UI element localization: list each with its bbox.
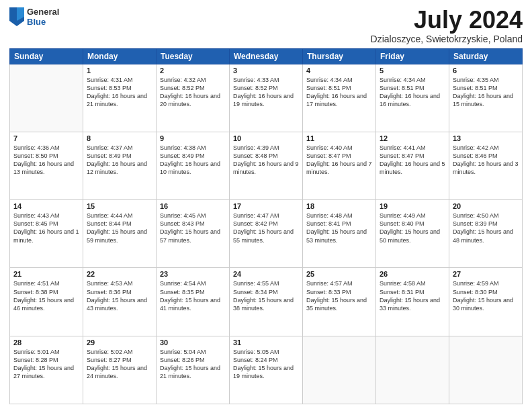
day-number: 21: [13, 270, 79, 278]
day-cell: [376, 336, 449, 404]
day-cell: 17Sunrise: 4:47 AM Sunset: 8:42 PM Dayli…: [230, 200, 303, 268]
cell-info: Sunrise: 4:33 AM Sunset: 8:52 PM Dayligh…: [233, 76, 299, 109]
cell-info: Sunrise: 4:59 AM Sunset: 8:30 PM Dayligh…: [453, 279, 519, 312]
day-cell: 9Sunrise: 4:38 AM Sunset: 8:49 PM Daylig…: [157, 132, 230, 199]
day-cell: 10Sunrise: 4:39 AM Sunset: 8:48 PM Dayli…: [230, 132, 303, 199]
day-number: 4: [306, 66, 372, 75]
day-cell: 2Sunrise: 4:32 AM Sunset: 8:52 PM Daylig…: [157, 64, 230, 132]
day-cell: [449, 336, 523, 404]
logo-blue: Blue: [27, 17, 59, 27]
cell-info: Sunrise: 4:34 AM Sunset: 8:51 PM Dayligh…: [380, 76, 445, 109]
day-number: 30: [160, 338, 226, 347]
day-cell: 22Sunrise: 4:53 AM Sunset: 8:36 PM Dayli…: [83, 268, 157, 336]
cell-info: Sunrise: 4:38 AM Sunset: 8:49 PM Dayligh…: [160, 144, 226, 177]
day-number: 20: [453, 202, 519, 210]
week-row-4: 28Sunrise: 5:01 AM Sunset: 8:28 PM Dayli…: [10, 336, 523, 404]
day-cell: 13Sunrise: 4:42 AM Sunset: 8:46 PM Dayli…: [449, 132, 523, 199]
day-cell: 1Sunrise: 4:31 AM Sunset: 8:53 PM Daylig…: [83, 64, 157, 132]
cell-info: Sunrise: 4:54 AM Sunset: 8:35 PM Dayligh…: [160, 279, 226, 312]
cell-info: Sunrise: 4:37 AM Sunset: 8:49 PM Dayligh…: [87, 144, 152, 177]
week-row-2: 14Sunrise: 4:43 AM Sunset: 8:45 PM Dayli…: [10, 200, 523, 268]
day-number: 29: [87, 338, 152, 347]
day-number: 12: [380, 134, 445, 142]
day-cell: 14Sunrise: 4:43 AM Sunset: 8:45 PM Dayli…: [10, 200, 83, 268]
day-cell: [10, 64, 83, 132]
day-cell: 5Sunrise: 4:34 AM Sunset: 8:51 PM Daylig…: [376, 64, 449, 132]
cell-info: Sunrise: 4:42 AM Sunset: 8:46 PM Dayligh…: [453, 144, 519, 177]
cell-info: Sunrise: 4:35 AM Sunset: 8:51 PM Dayligh…: [453, 76, 519, 109]
day-number: 16: [160, 202, 226, 210]
day-number: 8: [87, 134, 152, 142]
day-cell: 21Sunrise: 4:51 AM Sunset: 8:38 PM Dayli…: [10, 268, 83, 336]
day-number: 7: [13, 134, 79, 142]
header-row: SundayMondayTuesdayWednesdayThursdayFrid…: [10, 48, 523, 64]
day-number: 2: [160, 66, 226, 75]
calendar-table: SundayMondayTuesdayWednesdayThursdayFrid…: [9, 48, 523, 404]
title-block: July 2024 Dzialoszyce, Swietokrzyskie, P…: [371, 7, 523, 44]
logo-general: General: [27, 7, 59, 17]
cell-info: Sunrise: 4:58 AM Sunset: 8:31 PM Dayligh…: [380, 279, 445, 312]
cell-info: Sunrise: 4:50 AM Sunset: 8:39 PM Dayligh…: [453, 212, 519, 244]
day-number: 6: [453, 66, 519, 75]
day-header-friday: Friday: [376, 48, 449, 64]
day-cell: 18Sunrise: 4:48 AM Sunset: 8:41 PM Dayli…: [303, 200, 376, 268]
day-cell: 24Sunrise: 4:55 AM Sunset: 8:34 PM Dayli…: [230, 268, 303, 336]
day-number: 19: [380, 202, 445, 210]
day-number: 5: [380, 66, 445, 75]
day-number: 24: [233, 270, 299, 278]
day-cell: 27Sunrise: 4:59 AM Sunset: 8:30 PM Dayli…: [449, 268, 523, 336]
day-cell: 19Sunrise: 4:49 AM Sunset: 8:40 PM Dayli…: [376, 200, 449, 268]
day-number: 9: [160, 134, 226, 142]
day-number: 14: [13, 202, 79, 210]
cell-info: Sunrise: 4:41 AM Sunset: 8:47 PM Dayligh…: [380, 144, 445, 177]
day-cell: 6Sunrise: 4:35 AM Sunset: 8:51 PM Daylig…: [449, 64, 523, 132]
day-number: 26: [380, 270, 445, 278]
day-number: 27: [453, 270, 519, 278]
cell-info: Sunrise: 4:45 AM Sunset: 8:43 PM Dayligh…: [160, 212, 226, 244]
day-number: 13: [453, 134, 519, 142]
cell-info: Sunrise: 4:57 AM Sunset: 8:33 PM Dayligh…: [306, 279, 372, 312]
cell-info: Sunrise: 4:31 AM Sunset: 8:53 PM Dayligh…: [87, 76, 152, 109]
day-cell: 15Sunrise: 4:44 AM Sunset: 8:44 PM Dayli…: [83, 200, 157, 268]
day-cell: 20Sunrise: 4:50 AM Sunset: 8:39 PM Dayli…: [449, 200, 523, 268]
logo-text: General Blue: [27, 7, 59, 27]
day-number: 17: [233, 202, 299, 210]
week-row-0: 1Sunrise: 4:31 AM Sunset: 8:53 PM Daylig…: [10, 64, 523, 132]
day-number: 23: [160, 270, 226, 278]
cell-info: Sunrise: 5:01 AM Sunset: 8:28 PM Dayligh…: [13, 348, 79, 381]
day-number: 10: [233, 134, 299, 142]
cell-info: Sunrise: 5:04 AM Sunset: 8:26 PM Dayligh…: [160, 348, 226, 381]
day-number: 25: [306, 270, 372, 278]
day-number: 11: [306, 134, 372, 142]
day-cell: 11Sunrise: 4:40 AM Sunset: 8:47 PM Dayli…: [303, 132, 376, 199]
cell-info: Sunrise: 4:39 AM Sunset: 8:48 PM Dayligh…: [233, 144, 299, 177]
page: General Blue July 2024 Dzialoszyce, Swie…: [0, 0, 532, 411]
day-number: 18: [306, 202, 372, 210]
day-cell: 8Sunrise: 4:37 AM Sunset: 8:49 PM Daylig…: [83, 132, 157, 199]
day-header-sunday: Sunday: [10, 48, 83, 64]
day-number: 31: [233, 338, 299, 347]
month-year: July 2024: [371, 7, 523, 34]
cell-info: Sunrise: 4:49 AM Sunset: 8:40 PM Dayligh…: [380, 212, 445, 244]
day-cell: 31Sunrise: 5:05 AM Sunset: 8:24 PM Dayli…: [230, 336, 303, 404]
cell-info: Sunrise: 4:40 AM Sunset: 8:47 PM Dayligh…: [306, 144, 372, 177]
cell-info: Sunrise: 4:43 AM Sunset: 8:45 PM Dayligh…: [13, 212, 79, 244]
day-number: 28: [13, 338, 79, 347]
day-header-thursday: Thursday: [303, 48, 376, 64]
day-cell: 29Sunrise: 5:02 AM Sunset: 8:27 PM Dayli…: [83, 336, 157, 404]
day-number: 1: [87, 66, 152, 75]
cell-info: Sunrise: 5:05 AM Sunset: 8:24 PM Dayligh…: [233, 348, 299, 381]
cell-info: Sunrise: 4:47 AM Sunset: 8:42 PM Dayligh…: [233, 212, 299, 244]
cell-info: Sunrise: 4:34 AM Sunset: 8:51 PM Dayligh…: [306, 76, 372, 109]
day-cell: 4Sunrise: 4:34 AM Sunset: 8:51 PM Daylig…: [303, 64, 376, 132]
cell-info: Sunrise: 4:48 AM Sunset: 8:41 PM Dayligh…: [306, 212, 372, 244]
cell-info: Sunrise: 4:55 AM Sunset: 8:34 PM Dayligh…: [233, 279, 299, 312]
header: General Blue July 2024 Dzialoszyce, Swie…: [9, 7, 523, 44]
day-number: 22: [87, 270, 152, 278]
day-header-wednesday: Wednesday: [230, 48, 303, 64]
day-cell: [303, 336, 376, 404]
day-cell: 3Sunrise: 4:33 AM Sunset: 8:52 PM Daylig…: [230, 64, 303, 132]
cell-info: Sunrise: 4:53 AM Sunset: 8:36 PM Dayligh…: [87, 279, 152, 312]
week-row-3: 21Sunrise: 4:51 AM Sunset: 8:38 PM Dayli…: [10, 268, 523, 336]
day-cell: 12Sunrise: 4:41 AM Sunset: 8:47 PM Dayli…: [376, 132, 449, 199]
